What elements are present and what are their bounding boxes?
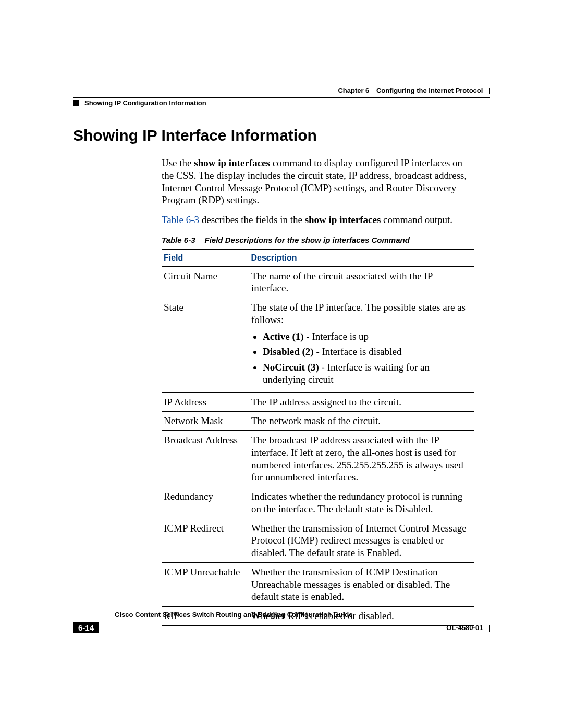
table-header-row: Field Description xyxy=(162,249,474,267)
running-footer: Cisco Content Services Switch Routing an… xyxy=(73,611,490,633)
square-bullet-icon xyxy=(73,100,79,106)
chapter-label: Chapter 6 xyxy=(338,87,369,94)
header-separator-icon xyxy=(489,88,490,94)
text: Use the xyxy=(162,157,194,168)
desc-cell: Indicates whether the redundancy protoco… xyxy=(249,487,475,519)
header-top: Chapter 6 Configuring the Internet Proto… xyxy=(73,87,490,94)
footer-left: 6-14 xyxy=(73,622,103,633)
command-name: show ip interfaces xyxy=(305,214,381,225)
desc-cell: Whether the transmission of ICMP Destina… xyxy=(249,562,475,606)
table-row: Broadcast Address The broadcast IP addre… xyxy=(162,431,474,487)
desc-cell: Whether the transmission of Internet Con… xyxy=(249,519,475,562)
desc-cell: The network mask of the circuit. xyxy=(249,412,475,431)
page: Chapter 6 Configuring the Internet Proto… xyxy=(0,0,563,728)
section-title: Showing IP Configuration Information xyxy=(84,99,206,107)
intro-paragraph-1: Use the show ip interfaces command to di… xyxy=(162,157,474,206)
table-row: ICMP Redirect Whether the transmission o… xyxy=(162,519,474,562)
state-rest: - Interface is disabled xyxy=(314,346,402,357)
footer-right: OL-4580-01 xyxy=(446,624,490,632)
table-number: Table 6-3 xyxy=(162,236,195,244)
header-section: Showing IP Configuration Information xyxy=(73,97,490,107)
table-row: State The state of the IP interface. The… xyxy=(162,298,474,393)
content-area: Showing IP Interface Information Use the… xyxy=(73,127,490,626)
footer-separator-icon xyxy=(489,625,490,632)
table-row: Circuit Name The name of the circuit ass… xyxy=(162,266,474,298)
intro-paragraph-2: Table 6-3 describes the fields in the sh… xyxy=(162,214,474,226)
doc-id: OL-4580-01 xyxy=(446,624,483,632)
running-header: Chapter 6 Configuring the Internet Proto… xyxy=(73,87,490,107)
table-caption: Table 6-3Field Descriptions for the show… xyxy=(162,236,474,245)
table-row: ICMP Unreachable Whether the transmissio… xyxy=(162,562,474,606)
desc-cell: The IP address assigned to the circuit. xyxy=(249,392,475,412)
field-cell: Circuit Name xyxy=(162,266,249,298)
state-rest: - Interface is up xyxy=(304,331,369,342)
list-item: NoCircuit (3) - Interface is waiting for… xyxy=(263,361,470,386)
state-list: Active (1) - Interface is up Disabled (2… xyxy=(263,330,470,386)
state-name: Active (1) xyxy=(263,331,304,342)
state-intro: The state of the IP interface. The possi… xyxy=(251,302,466,325)
table-row: Network Mask The network mask of the cir… xyxy=(162,412,474,431)
field-cell: Network Mask xyxy=(162,412,249,431)
state-name: NoCircuit (3) xyxy=(263,362,319,373)
footer-rule xyxy=(73,621,490,621)
state-name: Disabled (2) xyxy=(263,346,314,357)
col-description: Description xyxy=(249,249,475,267)
field-cell: ICMP Redirect xyxy=(162,519,249,562)
page-title: Showing IP Interface Information xyxy=(73,127,490,144)
field-cell: Broadcast Address xyxy=(162,431,249,487)
field-cell: ICMP Unreachable xyxy=(162,562,249,606)
text: describes the fields in the xyxy=(199,214,305,225)
desc-cell: The state of the IP interface. The possi… xyxy=(249,298,475,393)
field-cell: Redundancy xyxy=(162,487,249,519)
table-row: IP Address The IP address assigned to th… xyxy=(162,392,474,412)
footer-row: 6-14 OL-4580-01 xyxy=(73,622,490,633)
chapter-title: Configuring the Internet Protocol xyxy=(376,87,483,94)
text: command output. xyxy=(381,214,452,225)
col-field: Field xyxy=(162,249,249,267)
table-row: Redundancy Indicates whether the redunda… xyxy=(162,487,474,519)
field-cell: State xyxy=(162,298,249,393)
table-caption-text: Field Descriptions for the show ip inter… xyxy=(204,236,409,244)
page-number: 6-14 xyxy=(73,622,99,633)
list-item: Disabled (2) - Interface is disabled xyxy=(263,346,470,358)
desc-cell: The name of the circuit associated with … xyxy=(249,266,475,298)
field-cell: IP Address xyxy=(162,392,249,412)
command-name: show ip interfaces xyxy=(194,157,270,168)
body-block: Use the show ip interfaces command to di… xyxy=(162,157,474,626)
list-item: Active (1) - Interface is up xyxy=(263,330,470,343)
fields-table: Field Description Circuit Name The name … xyxy=(162,249,474,626)
table-reference-link[interactable]: Table 6-3 xyxy=(162,214,199,225)
desc-cell: The broadcast IP address associated with… xyxy=(249,431,475,487)
footer-book-title: Cisco Content Services Switch Routing an… xyxy=(73,611,490,619)
